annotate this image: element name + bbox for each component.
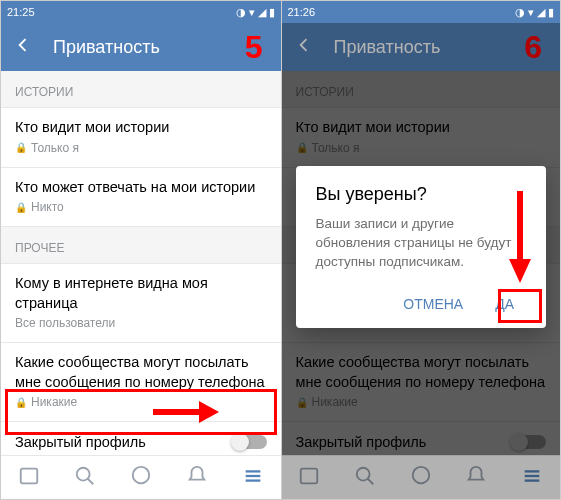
- bottom-nav: [1, 455, 281, 499]
- nav-notifications-icon[interactable]: [465, 465, 487, 491]
- nav-messages-icon[interactable]: [410, 465, 432, 491]
- lock-icon: 🔒: [15, 397, 27, 408]
- lock-icon: 🔒: [15, 142, 27, 153]
- svg-point-3: [77, 467, 90, 480]
- setting-page-visibility[interactable]: Кому в интернете видна моя страница Все …: [1, 264, 281, 343]
- app-header: Приватность 6: [282, 23, 561, 71]
- setting-private-profile[interactable]: Закрытый профиль: [1, 422, 281, 455]
- svg-point-12: [357, 467, 370, 480]
- setting-community-messages[interactable]: Какие сообщества могут посылать мне сооб…: [1, 343, 281, 422]
- nav-search-icon[interactable]: [354, 465, 376, 491]
- status-time: 21:26: [288, 6, 316, 18]
- bottom-nav: [282, 455, 561, 499]
- setting-who-replies-stories[interactable]: Кто может отвечать на мои истории 🔒Никто: [1, 168, 281, 228]
- dialog-text: Ваши записи и другие обновления страницы…: [316, 215, 527, 272]
- svg-line-13: [368, 478, 374, 484]
- dialog-actions: ОТМЕНА ДА: [316, 288, 527, 320]
- cancel-button[interactable]: ОТМЕНА: [391, 288, 475, 320]
- app-header: Приватность 5: [1, 23, 281, 71]
- confirm-dialog: Вы уверены? Ваши записи и другие обновле…: [296, 166, 547, 328]
- status-icons: ◑▾◢▮: [236, 6, 275, 19]
- step-number: 6: [524, 29, 542, 66]
- screen-step-6: 21:26 ◑▾◢▮ Приватность 6 ИСТОРИИ Кто вид…: [281, 1, 561, 499]
- svg-point-5: [132, 466, 149, 483]
- status-bar: 21:25 ◑▾◢▮: [1, 1, 281, 23]
- svg-rect-11: [301, 468, 318, 483]
- private-profile-label: Закрытый профиль: [15, 434, 146, 450]
- section-header-stories: ИСТОРИИ: [1, 71, 281, 108]
- back-icon[interactable]: [13, 35, 33, 59]
- ok-button[interactable]: ДА: [483, 288, 526, 320]
- nav-news-icon[interactable]: [18, 465, 40, 491]
- page-title: Приватность: [334, 37, 441, 58]
- svg-line-4: [88, 478, 94, 484]
- setting-who-sees-stories[interactable]: Кто видит мои истории 🔒Только я: [1, 108, 281, 168]
- screen-step-5: 21:25 ◑▾◢▮ Приватность 5 ИСТОРИИ Кто вид…: [1, 1, 281, 499]
- svg-point-14: [412, 466, 429, 483]
- lock-icon: 🔒: [15, 202, 27, 213]
- svg-rect-2: [21, 468, 38, 483]
- settings-content: ИСТОРИИ Кто видит мои истории 🔒Только я …: [282, 71, 561, 455]
- status-icons: ◑▾◢▮: [515, 6, 554, 19]
- private-profile-toggle[interactable]: [233, 435, 267, 449]
- back-icon[interactable]: [294, 35, 314, 59]
- nav-search-icon[interactable]: [74, 465, 96, 491]
- nav-news-icon[interactable]: [298, 465, 320, 491]
- nav-notifications-icon[interactable]: [186, 465, 208, 491]
- nav-messages-icon[interactable]: [130, 465, 152, 491]
- settings-content: ИСТОРИИ Кто видит мои истории 🔒Только я …: [1, 71, 281, 455]
- dialog-title: Вы уверены?: [316, 184, 527, 205]
- section-header-other: ПРОЧЕЕ: [1, 227, 281, 264]
- page-title: Приватность: [53, 37, 160, 58]
- step-number: 5: [245, 29, 263, 66]
- nav-menu-icon[interactable]: [521, 465, 543, 491]
- status-time: 21:25: [7, 6, 35, 18]
- status-bar: 21:26 ◑▾◢▮: [282, 1, 561, 23]
- nav-menu-icon[interactable]: [242, 465, 264, 491]
